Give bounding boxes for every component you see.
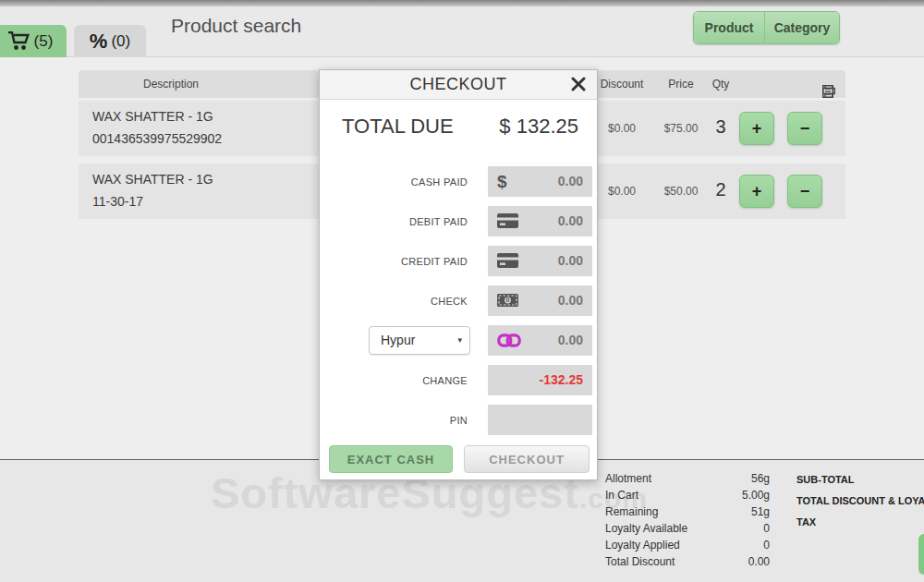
hypur-value: 0.00: [558, 333, 583, 347]
stat-value: 56g: [751, 472, 770, 489]
close-icon[interactable]: [571, 77, 588, 93]
stat-row: Loyalty Applied 0: [605, 539, 770, 555]
stat-value: 0: [763, 539, 770, 555]
stat-row: Total Discount 0.00: [605, 555, 770, 572]
credit-paid-row: CREDIT PAID 0.00: [320, 246, 597, 276]
total-due-row: TOTAL DUE $ 132.25: [320, 115, 597, 139]
page-title: Product search: [171, 15, 301, 37]
stat-label: In Cart: [605, 489, 638, 505]
link-icon: [497, 333, 521, 347]
row-discount: $0.00: [596, 185, 648, 198]
cart-tab-count: (5): [34, 32, 54, 51]
stat-value: 0.00: [748, 555, 770, 572]
check-input[interactable]: 0 0.00: [488, 285, 592, 316]
row-price: $75.00: [657, 122, 705, 135]
payment-method-select[interactable]: Hypur ▾: [369, 326, 470, 355]
change-display: -132.25: [488, 365, 592, 395]
stat-value: 51g: [751, 505, 770, 522]
hypur-row: Hypur ▾ 0.00: [320, 325, 597, 356]
row-qty: 3: [709, 116, 733, 138]
stat-label: Loyalty Applied: [605, 539, 680, 555]
tab-cart[interactable]: (5): [0, 25, 67, 57]
stat-row: Loyalty Available 0: [605, 522, 770, 539]
selected-option: Hypur: [381, 333, 415, 347]
cash-paid-row: CASH PAID $ 0.00: [320, 166, 597, 197]
stat-label: Allotment: [605, 472, 651, 489]
stat-value: 5.00g: [742, 489, 770, 505]
banknote-icon: 0: [497, 294, 518, 307]
hidden-right-button[interactable]: [918, 534, 924, 575]
discount-tab-count: (0): [111, 32, 130, 51]
tab-discounts[interactable]: % (0): [74, 25, 146, 57]
debit-card-icon: [497, 213, 518, 228]
discount-loyalty-label: TOTAL DISCOUNT & LOYALTY: [796, 494, 924, 515]
exact-cash-button[interactable]: EXACT CASH: [329, 445, 453, 473]
col-description: Description: [129, 78, 213, 91]
stat-label: Loyalty Available: [605, 522, 687, 539]
row-discount: $0.00: [596, 122, 648, 135]
dollar-icon: $: [497, 172, 507, 191]
list-icon[interactable]: [822, 85, 833, 98]
total-due-value: $ 132.25: [499, 115, 578, 139]
change-label: CHANGE: [320, 375, 468, 386]
checkout-modal: CHECKOUT TOTAL DUE $ 132.25 CASH PAID $ …: [319, 69, 598, 480]
change-row: CHANGE -132.25: [320, 365, 597, 395]
total-due-label: TOTAL DUE: [342, 115, 454, 139]
totals-labels: SUB-TOTAL TOTAL DISCOUNT & LOYALTY TAX: [796, 473, 924, 537]
check-value: 0.00: [558, 293, 583, 308]
debit-paid-label: DEBIT PAID: [320, 216, 468, 227]
cash-paid-value: 0.00: [558, 174, 583, 188]
chevron-down-icon: ▾: [457, 327, 462, 354]
pin-input[interactable]: [488, 405, 592, 435]
modal-title: CHECKOUT: [409, 75, 506, 94]
stat-row: In Cart 5.00g: [605, 489, 770, 505]
product-name: WAX SHATTER - 1G: [92, 109, 213, 124]
cash-paid-label: CASH PAID: [320, 176, 468, 188]
row-qty: 2: [709, 179, 733, 200]
qty-decrease-button[interactable]: −: [787, 112, 822, 145]
svg-text:0: 0: [506, 297, 510, 303]
qty-increase-button[interactable]: +: [739, 175, 774, 208]
checkout-button[interactable]: CHECKOUT: [464, 445, 590, 473]
debit-paid-value: 0.00: [558, 213, 583, 228]
percent-icon: %: [90, 30, 108, 54]
qty-decrease-button[interactable]: −: [787, 175, 822, 208]
modal-header: CHECKOUT: [320, 70, 597, 100]
col-qty: Qty: [709, 78, 733, 91]
credit-paid-value: 0.00: [558, 253, 583, 268]
search-mode-group: Product Category: [693, 11, 840, 44]
stat-value: 0: [763, 522, 770, 539]
change-value: -132.25: [540, 372, 583, 387]
row-price: $50.00: [657, 185, 705, 198]
hypur-input[interactable]: 0.00: [488, 325, 592, 356]
credit-card-icon: [497, 253, 518, 268]
product-name: WAX SHATTER - 1G: [92, 172, 213, 187]
subtotal-label: SUB-TOTAL: [796, 473, 924, 494]
check-label: CHECK: [320, 296, 468, 307]
debit-paid-input[interactable]: 0.00: [488, 206, 592, 236]
category-button[interactable]: Category: [765, 12, 839, 43]
qty-increase-button[interactable]: +: [739, 112, 774, 145]
product-sku: 001436539975529902: [92, 131, 222, 146]
product-button[interactable]: Product: [694, 12, 765, 43]
stat-label: Total Discount: [605, 555, 675, 572]
cash-paid-input[interactable]: $ 0.00: [488, 166, 592, 197]
check-row: CHECK 0 0.00: [320, 285, 597, 316]
allotment-stats: Allotment 56g In Cart 5.00g Remaining 51…: [605, 472, 770, 572]
tax-label: TAX: [796, 515, 924, 537]
stat-row: Remaining 51g: [605, 505, 770, 522]
stat-label: Remaining: [605, 505, 658, 522]
pos-app: (5) % (0) Product search Product Categor…: [0, 0, 924, 582]
col-price: Price: [657, 78, 705, 91]
pin-label: PIN: [320, 415, 468, 426]
cart-icon: [8, 31, 30, 51]
stat-row: Allotment 56g: [605, 472, 770, 489]
pin-row: PIN: [320, 405, 597, 435]
debit-paid-row: DEBIT PAID 0.00: [320, 206, 597, 236]
credit-paid-input[interactable]: 0.00: [488, 246, 592, 276]
col-discount: Discount: [596, 78, 648, 91]
product-sku: 11-30-17: [92, 194, 143, 209]
credit-paid-label: CREDIT PAID: [320, 256, 468, 267]
window-top-bar: [0, 0, 924, 6]
